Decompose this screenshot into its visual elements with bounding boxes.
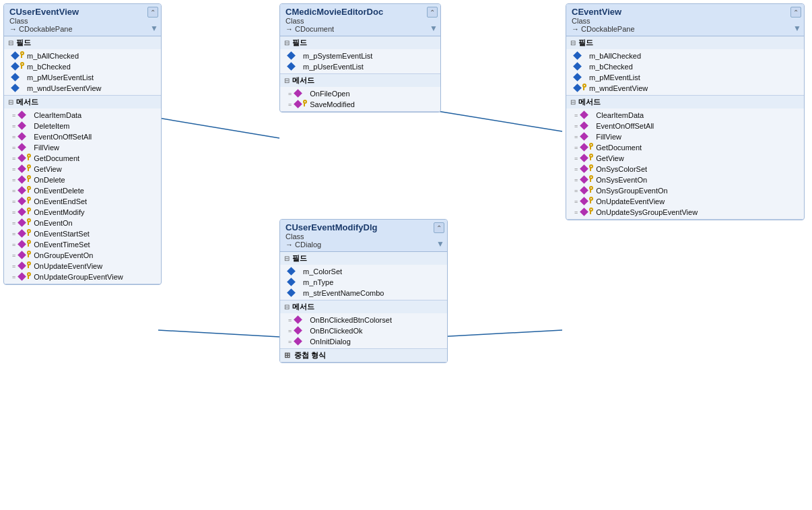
filter-icon-user-event-view[interactable]: ▼ [150, 24, 158, 33]
field-icon [12, 84, 24, 93]
list-item: = OnInitDialog [280, 336, 447, 347]
card-header-user-event-view: CUserEventView Class → CDockablePane ⌃ ▼ [4, 4, 161, 36]
list-item: = OnSysEventOn [566, 174, 804, 185]
methods-header-event-view[interactable]: ⊟ 메서드 [566, 96, 804, 108]
list-item: m_pMUserEventList [4, 72, 161, 83]
method-icon [295, 89, 307, 98]
card-type-user-event-view: Class [9, 17, 156, 25]
list-item: = OnUpdateEventView [566, 196, 804, 207]
list-item: m_ColorSet [280, 266, 447, 277]
method-icon [581, 132, 593, 141]
filter-icon-medic[interactable]: ▼ [430, 24, 438, 33]
list-item: = OnSysColorSet [566, 164, 804, 174]
field-icon [288, 62, 300, 71]
fields-header-event-view[interactable]: ⊟ 필드 [566, 36, 804, 49]
fields-section-event-view: ⊟ 필드 m_bAllChecked m_bChecked m_pMEventL… [566, 36, 804, 96]
card-title-modify-dlg: CUserEventModifyDlg [285, 222, 442, 232]
method-icon [581, 110, 593, 120]
fields-section-medic: ⊟ 필드 m_pSystemEventList m_pUserEventList [280, 36, 440, 74]
method-icon [581, 164, 593, 174]
methods-section-user-event-view: ⊟ 메서드 = ClearItemData = DeleteItem = Eve… [4, 96, 161, 284]
list-item: = OnBnClickedBtnColorset [280, 315, 447, 325]
method-icon [19, 164, 31, 174]
methods-header-medic[interactable]: ⊟ 메서드 [280, 74, 440, 87]
card-type-medic: Class [285, 17, 435, 25]
list-item: m_pUserEventList [280, 61, 440, 72]
list-item: m_wndEventView [566, 83, 804, 94]
card-header-modify-dlg: CUserEventModifyDlg Class → CDialog ⌃ ▼ [280, 220, 447, 252]
fields-body-event-view: m_bAllChecked m_bChecked m_pMEventList m… [566, 49, 804, 95]
method-icon [581, 154, 593, 163]
list-item: m_pSystemEventList [280, 51, 440, 61]
field-icon [288, 51, 300, 61]
list-item: m_wndUserEventView [4, 83, 161, 94]
filter-icon-modify-dlg[interactable]: ▼ [436, 239, 444, 249]
method-icon [581, 186, 593, 195]
list-item: = OnFileOpen [280, 88, 440, 99]
fields-toggle-user-event-view: ⊟ [8, 39, 13, 46]
method-icon [295, 100, 307, 109]
method-icon [19, 186, 31, 195]
svg-line-0 [158, 118, 279, 138]
fields-body-modify-dlg: m_ColorSet m_nType m_strEventNameCombo [280, 265, 447, 300]
list-item: = OnEventTimeSet [4, 239, 161, 250]
fields-label-user-event-view: 필드 [16, 38, 31, 48]
field-icon [574, 62, 586, 71]
list-item: = OnUpdateEventView [4, 261, 161, 272]
list-item: = OnEventDelete [4, 185, 161, 196]
field-icon [288, 267, 300, 276]
card-header-medic: CMedicMovieEditorDoc Class → CDocument ⌃… [280, 4, 440, 36]
card-event-view: CEventView Class → CDockablePane ⌃ ▼ ⊟ 필… [566, 3, 805, 220]
method-icon [19, 272, 31, 282]
method-icon [295, 315, 307, 325]
method-icon [19, 154, 31, 163]
extra-header-modify-dlg[interactable]: ⊞ 중첩 형식 [280, 349, 447, 362]
fields-header-medic[interactable]: ⊟ 필드 [280, 36, 440, 49]
card-header-event-view: CEventView Class → CDockablePane ⌃ ▼ [566, 4, 804, 36]
card-user-event-view: CUserEventView Class → CDockablePane ⌃ ▼… [3, 3, 162, 285]
list-item: m_bAllChecked [566, 51, 804, 61]
collapse-btn-modify-dlg[interactable]: ⌃ [434, 222, 444, 233]
svg-line-1 [438, 111, 562, 131]
card-title-event-view: CEventView [572, 7, 799, 17]
list-item: = OnEventOn [4, 218, 161, 228]
card-parent-modify-dlg: → CDialog [285, 241, 442, 249]
field-icon [288, 288, 300, 298]
list-item: m_strEventNameCombo [280, 288, 447, 298]
list-item: = FillView [566, 131, 804, 142]
list-item: = EventOnOffSetAll [566, 121, 804, 131]
fields-header-user-event-view[interactable]: ⊟ 필드 [4, 36, 161, 49]
methods-body-event-view: = ClearItemData = EventOnOffSetAll = Fil… [566, 108, 804, 219]
diagram-container: CUserEventView Class → CDockablePane ⌃ ▼… [0, 0, 812, 510]
method-icon [19, 110, 31, 120]
methods-header-user-event-view[interactable]: ⊟ 메서드 [4, 96, 161, 108]
collapse-btn-event-view[interactable]: ⌃ [790, 7, 801, 18]
methods-body-medic: = OnFileOpen = SaveModified [280, 87, 440, 111]
svg-line-3 [438, 330, 562, 337]
list-item: = GetDocument [566, 142, 804, 153]
field-icon [574, 51, 586, 61]
collapse-btn-user-event-view[interactable]: ⌃ [147, 7, 158, 18]
field-icon [574, 73, 586, 82]
filter-icon-event-view[interactable]: ▼ [793, 24, 801, 33]
list-item: = GetView [566, 153, 804, 164]
fields-body-user-event-view: m_bAllChecked m_bChecked m_pMUserEventLi… [4, 49, 161, 95]
list-item: = EventOnOffSetAll [4, 131, 161, 142]
method-icon [19, 143, 31, 152]
list-item: = OnGroupEventOn [4, 250, 161, 261]
methods-section-modify-dlg: ⊟ 메서드 = OnBnClickedBtnColorset = OnBnCli… [280, 300, 447, 349]
collapse-btn-medic[interactable]: ⌃ [427, 7, 438, 18]
card-user-event-modify-dlg: CUserEventModifyDlg Class → CDialog ⌃ ▼ … [279, 219, 448, 363]
method-icon [19, 121, 31, 131]
method-icon [19, 132, 31, 141]
list-item: m_bChecked [566, 61, 804, 72]
method-icon [19, 240, 31, 249]
method-icon [581, 121, 593, 131]
list-item: = OnSysGroupEventOn [566, 185, 804, 196]
fields-header-modify-dlg[interactable]: ⊟ 필드 [280, 252, 447, 265]
fields-section-user-event-view: ⊟ 필드 m_bAllChecked m_bChecked m_pMUserEv… [4, 36, 161, 96]
field-icon [12, 62, 24, 71]
methods-header-modify-dlg[interactable]: ⊟ 메서드 [280, 300, 447, 313]
list-item: = OnEventEndSet [4, 196, 161, 207]
list-item: = ClearItemData [4, 110, 161, 121]
